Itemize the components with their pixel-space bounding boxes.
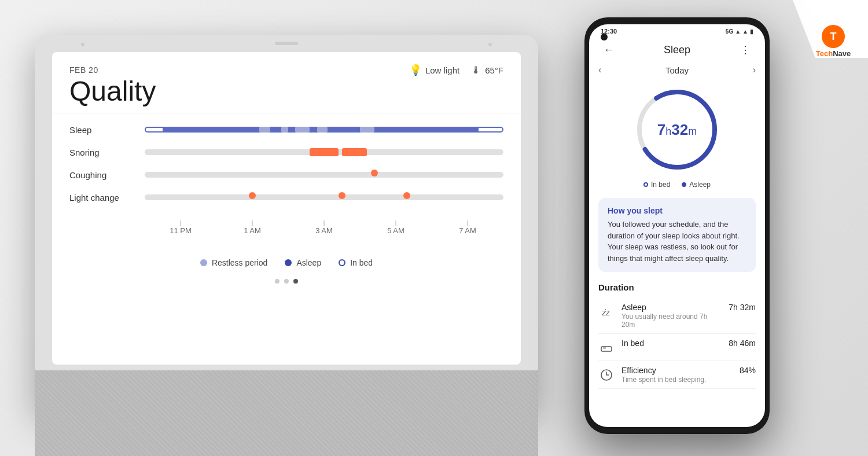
svg-rect-3 xyxy=(601,347,612,351)
svg-rect-4 xyxy=(603,347,606,349)
page-dot-3[interactable] xyxy=(293,279,298,284)
signal-bars-icon: ▲ xyxy=(742,28,748,35)
punch-hole xyxy=(601,34,608,41)
light-change-label: Light change xyxy=(69,193,145,203)
sleep-hours: 7h32m xyxy=(657,121,697,138)
light-dot-2 xyxy=(339,192,345,199)
sleep-legend: In bed Asleep xyxy=(589,178,765,193)
how-slept-card: How you slept You followed your schedule… xyxy=(598,198,756,272)
technave-icon: T xyxy=(822,25,845,48)
duration-title: Duration xyxy=(598,282,756,292)
light-change-track xyxy=(145,194,503,200)
phone-body: 12:30 5G ▲ ▲ ▮ ← Sleep ⋮ ‹ Today › xyxy=(584,17,770,434)
date-label: FEB 20 xyxy=(69,65,98,75)
legend-dot-restless xyxy=(200,259,207,266)
timeline-area: Sleep Snoring xyxy=(52,113,521,247)
coughing-row: Coughing xyxy=(69,170,503,180)
duration-efficiency: Efficiency Time spent in bed sleeping. 8… xyxy=(598,361,756,389)
tablet-fabric xyxy=(35,370,538,456)
light-condition: 💡 Low light xyxy=(409,64,459,76)
battery-icon: ▮ xyxy=(750,28,753,35)
snoring-mark-1 xyxy=(310,148,339,156)
restless-5 xyxy=(360,127,374,133)
sleep-circle-section: 7h32m xyxy=(589,78,765,178)
light-icon: 💡 xyxy=(409,64,422,76)
restless-3 xyxy=(295,127,310,133)
page-dot-2[interactable] xyxy=(284,279,289,284)
duration-asleep: z͘z Asleep You usually need around 7h 20… xyxy=(598,298,756,334)
tablet-screen: FEB 20 💡 Low light 🌡 65°F Quality xyxy=(52,52,521,365)
sleep-duration: 7h32m xyxy=(657,121,697,139)
efficiency-info: Efficiency Time spent in bed sleeping. xyxy=(621,366,733,384)
phone-device: 12:30 5G ▲ ▲ ▮ ← Sleep ⋮ ‹ Today › xyxy=(584,17,770,434)
snoring-track xyxy=(145,149,503,155)
tablet-camera-left xyxy=(81,43,84,46)
date-next-button[interactable]: › xyxy=(753,65,756,75)
coughing-label: Coughing xyxy=(69,170,145,180)
time-tick-3: 5 AM xyxy=(360,220,432,235)
light-change-row: Light change xyxy=(69,193,503,203)
legend-inbed-item: In bed xyxy=(643,181,670,189)
coughing-dot xyxy=(371,170,378,176)
screen-title: Sleep xyxy=(664,44,690,56)
date-label: Today xyxy=(665,65,689,75)
duration-inbed: In bed 8h 46m xyxy=(598,334,756,361)
legend: Restless period Asleep In bed xyxy=(52,252,521,273)
status-bar: 12:30 5G ▲ ▲ ▮ xyxy=(589,24,765,37)
phone-nav: ← Sleep ⋮ xyxy=(589,37,765,62)
time-tick-0: 11 PM xyxy=(145,220,216,235)
how-slept-text: You followed your schedule, and the dura… xyxy=(608,219,746,264)
bed-icon xyxy=(598,340,615,356)
snoring-row: Snoring xyxy=(69,148,503,157)
page-dot-1[interactable] xyxy=(275,279,279,284)
tablet-camera-right xyxy=(488,43,492,46)
screen-header: FEB 20 💡 Low light 🌡 65°F Quality xyxy=(52,52,521,113)
legend-dot-asleep xyxy=(285,259,292,266)
inbed-value: 8h 46m xyxy=(729,339,756,348)
legend-restless: Restless period xyxy=(200,258,268,267)
efficiency-icon xyxy=(598,367,615,383)
temp-condition: 🌡 65°F xyxy=(471,64,503,76)
restless-4 xyxy=(317,127,328,133)
temp-label: 65°F xyxy=(485,65,503,75)
conditions: 💡 Low light 🌡 65°F xyxy=(409,64,503,76)
technave-text: TechNave xyxy=(816,49,851,58)
tablet-button xyxy=(275,42,298,45)
screen-title: Quality xyxy=(69,76,503,107)
back-button[interactable]: ← xyxy=(601,42,617,58)
inbed-name: In bed xyxy=(621,339,722,348)
efficiency-name: Efficiency xyxy=(621,366,733,375)
asleep-sub: You usually need around 7h 20m xyxy=(621,312,722,329)
asleep-name: Asleep xyxy=(621,303,722,312)
inbed-marker xyxy=(643,182,648,187)
more-options-button[interactable]: ⋮ xyxy=(737,42,753,58)
sleep-label: Sleep xyxy=(69,125,145,135)
inbed-info: In bed xyxy=(621,339,722,348)
legend-asleep-item: Asleep xyxy=(682,181,711,189)
sleep-circle: 7h32m xyxy=(631,83,723,176)
time-tick-1: 1 AM xyxy=(216,220,288,235)
restless-1 xyxy=(259,127,270,133)
legend-restless-label: Restless period xyxy=(212,258,268,267)
light-dot-3 xyxy=(403,192,410,199)
legend-in-bed: In bed xyxy=(339,258,373,267)
phone-screen: 12:30 5G ▲ ▲ ▮ ← Sleep ⋮ ‹ Today › xyxy=(589,24,765,427)
asleep-legend-label: Asleep xyxy=(689,181,711,189)
sleep-row: Sleep xyxy=(69,125,503,135)
time-axis: 11 PM 1 AM 3 AM 5 AM 7 AM xyxy=(145,215,503,235)
time-tick-4: 7 AM xyxy=(432,220,503,235)
restless-2 xyxy=(281,127,288,133)
duration-section: Duration z͘z Asleep You usually need aro… xyxy=(589,277,765,389)
snoring-label: Snoring xyxy=(69,148,145,157)
tablet-body: FEB 20 💡 Low light 🌡 65°F Quality xyxy=(35,35,538,411)
page-dots xyxy=(52,273,521,289)
how-slept-title: How you slept xyxy=(608,206,746,215)
light-label: Low light xyxy=(425,65,459,75)
date-nav: ‹ Today › xyxy=(589,62,765,78)
sleep-track xyxy=(145,127,503,133)
coughing-track xyxy=(145,172,503,178)
signal-label: 5G xyxy=(726,28,733,35)
asleep-icon: z͘z xyxy=(598,304,615,320)
date-prev-button[interactable]: ‹ xyxy=(598,65,601,75)
status-icons: 5G ▲ ▲ ▮ xyxy=(726,28,753,35)
